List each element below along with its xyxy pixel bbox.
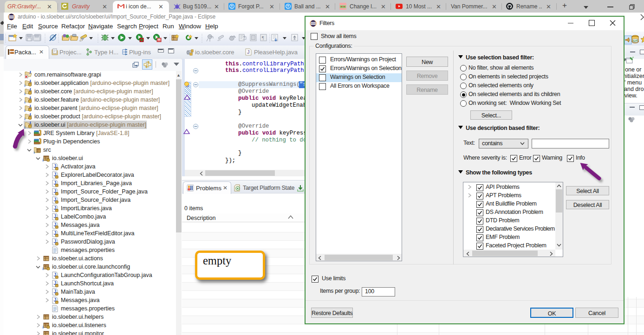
svg-text:J: J xyxy=(247,50,250,55)
svg-text:i: i xyxy=(188,84,189,88)
svg-text:GIT: GIT xyxy=(633,39,638,42)
svg-text:¶: ¶ xyxy=(262,35,264,40)
